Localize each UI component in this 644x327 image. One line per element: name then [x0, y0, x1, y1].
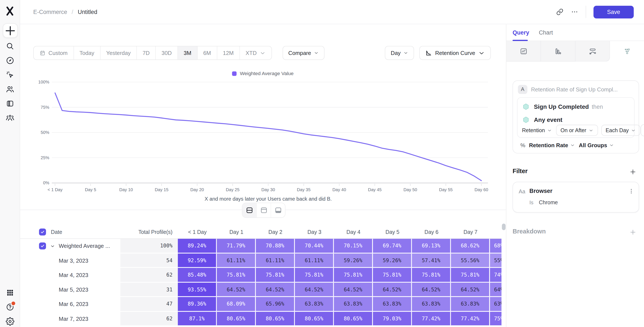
y-axis-tick-label: 50% — [40, 130, 49, 135]
add-filter-icon[interactable] — [629, 168, 636, 176]
date-range-30d[interactable]: 30D — [156, 46, 178, 59]
query-title[interactable]: Retention Rate of Sign Up Compl... — [531, 85, 618, 94]
check-icon — [40, 244, 45, 248]
breakdown-heading: Breakdown — [512, 228, 546, 235]
panel-tabs: Query Chart — [506, 24, 644, 41]
chart-legend[interactable]: Weighted Average Value — [20, 71, 506, 76]
retention-cell: 70.88% — [256, 239, 295, 253]
rail-apps-grid-button[interactable] — [5, 288, 15, 297]
retention-mode-dropdown[interactable]: Retention — [521, 127, 553, 133]
date-range-xtd[interactable]: XTD — [240, 46, 271, 59]
property-type-label: Aa — [519, 188, 525, 195]
granularity-dropdown[interactable]: Day — [385, 46, 414, 60]
event-name: Any event — [534, 116, 562, 123]
retention-line-chart[interactable]: 100%75%50%25%0%< 1 DayDay 5Day 10Day 15D… — [20, 78, 506, 206]
date-range-label: Custom — [48, 50, 68, 56]
split-view-button[interactable] — [242, 203, 257, 217]
retention-cell: 77.42% — [412, 312, 451, 326]
table-only-button[interactable] — [257, 203, 271, 217]
y-axis-tick-label: 100% — [38, 80, 49, 84]
on-or-after-label: On or After — [560, 127, 586, 133]
share-link-icon[interactable] — [556, 8, 564, 15]
on-or-after-dropdown[interactable]: On or After — [556, 125, 598, 136]
row-date-cell: Weighted Average ... — [20, 239, 120, 253]
breadcrumb-parent[interactable]: E-Commerce — [33, 8, 67, 15]
retention-cell: 57.41% — [412, 253, 451, 268]
rail-users-button[interactable] — [5, 84, 15, 93]
chart-type-dropdown[interactable]: Retention Curve — [420, 46, 491, 60]
row-checkbox[interactable] — [39, 229, 46, 236]
filter-value: Chrome — [539, 199, 558, 206]
date-range-7d[interactable]: 7D — [137, 46, 156, 59]
rail-search-button[interactable] — [5, 41, 15, 50]
x-axis-tick-label: Day 15 — [155, 187, 169, 192]
retention-curve-icon — [425, 49, 432, 56]
filter-operator: Is — [530, 200, 534, 206]
retention-cell: 63% — [490, 297, 502, 312]
date-range-3m[interactable]: 3M — [178, 46, 198, 59]
granularity-label: Day — [391, 50, 400, 56]
rail-settings-button[interactable] — [5, 317, 15, 326]
filter-heading: Filter — [512, 167, 528, 174]
retention-cell: 75% — [490, 312, 502, 326]
report-type-bar-chart[interactable] — [541, 41, 576, 62]
date-range-custom[interactable]: Custom — [34, 46, 74, 59]
x-axis-tick-label: Day 55 — [439, 187, 453, 192]
row-date-cell: Mar 6, 2023 — [20, 297, 120, 312]
group-dropdown[interactable]: All Groups — [579, 142, 614, 148]
rail-cursor-click-button[interactable] — [5, 70, 15, 79]
each-day-dropdown[interactable]: Each Day — [601, 125, 640, 136]
chevron-down-icon — [404, 50, 408, 55]
row-checkbox[interactable] — [39, 243, 46, 250]
column-header-label: Date — [51, 229, 62, 235]
breadcrumb-current[interactable]: Untitled — [78, 8, 97, 15]
filter-card[interactable]: Aa Browser Is Chrome — [512, 182, 639, 212]
retention-cell: 64.52% — [256, 282, 295, 297]
date-range-6m[interactable]: 6M — [198, 46, 217, 59]
report-type-flow-chart[interactable] — [576, 41, 610, 62]
rail-compass-button[interactable] — [5, 56, 15, 65]
report-type-tabs — [506, 41, 644, 62]
bar-chart-icon — [554, 47, 562, 55]
retention-cell: 80.65% — [295, 312, 334, 326]
tab-chart[interactable]: Chart — [539, 24, 553, 41]
retention-cell: 55% — [490, 253, 502, 268]
compass-icon — [6, 56, 14, 65]
date-range-yesterday[interactable]: Yesterday — [100, 46, 137, 59]
left-rail — [0, 0, 20, 327]
date-range-label: Today — [80, 50, 94, 56]
x-axis-tick-label: Day 60 — [474, 187, 488, 192]
new-report-button[interactable] — [3, 23, 18, 38]
table-row: Mar 3, 20235492.59%61.11%61.11%61.11%59.… — [20, 253, 502, 268]
save-button[interactable]: Save — [594, 5, 634, 18]
date-range-12m[interactable]: 12M — [217, 46, 240, 59]
flow-chart-icon — [588, 47, 596, 55]
tab-query[interactable]: Query — [512, 24, 529, 41]
table-scrollbar-thumb[interactable] — [502, 224, 506, 230]
rail-team-button[interactable] — [5, 113, 15, 122]
x-axis-tick-label: Day 10 — [119, 187, 133, 192]
event-step[interactable]: Any event — [522, 114, 565, 126]
kebab-menu-icon[interactable] — [628, 188, 634, 195]
more-options-icon[interactable] — [571, 8, 578, 15]
measure-dropdown[interactable]: Retention Rate — [529, 142, 575, 148]
x-axis-tick-label: Day 50 — [404, 187, 417, 192]
event-step[interactable]: Sign Up Completed then — [522, 101, 603, 112]
compare-button[interactable]: Compare — [282, 46, 324, 60]
retention-cell: 64.52% — [451, 282, 490, 297]
add-breakdown-icon[interactable] — [629, 229, 636, 236]
column-header-day: Day 2 — [256, 226, 295, 238]
rail-help-button[interactable] — [5, 302, 15, 311]
check-icon — [40, 230, 45, 234]
split-view-icon — [245, 206, 253, 214]
report-type-line-chart[interactable] — [506, 41, 541, 62]
table-row: Mar 6, 20234789.36%68.09%65.96%63.83%63.… — [20, 297, 502, 312]
date-range-today[interactable]: Today — [74, 46, 100, 59]
retention-cell: 74% — [490, 268, 502, 283]
date-range-label: 6M — [203, 50, 211, 56]
x-axis-tick-label: Day 40 — [332, 187, 346, 192]
chart-only-button[interactable] — [271, 203, 285, 217]
rail-side-panel-button[interactable] — [5, 99, 15, 108]
compare-label: Compare — [288, 50, 311, 56]
report-type-retention-grid[interactable] — [610, 41, 644, 62]
